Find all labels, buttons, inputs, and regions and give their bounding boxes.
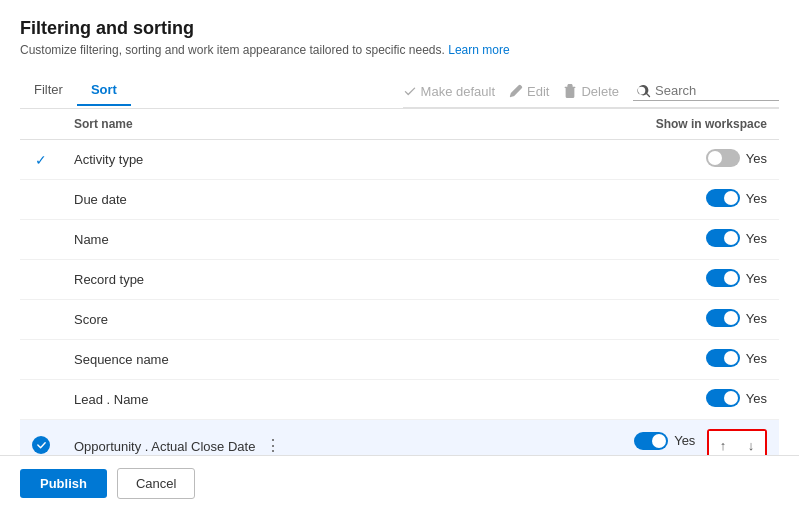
toggle-yes-label: Yes — [746, 351, 767, 366]
row-check-cell: ✓ — [20, 140, 62, 180]
table-row[interactable]: ✓Activity type Yes — [20, 140, 779, 180]
toggle-yes-label: Yes — [746, 191, 767, 206]
table-row[interactable]: Score Yes — [20, 300, 779, 340]
row-show-cell: Yes — [599, 140, 779, 180]
table-row[interactable]: Record type Yes — [20, 260, 779, 300]
toggle-thumb — [724, 231, 738, 245]
col-check — [20, 109, 62, 140]
row-show-cell: Yes — [599, 260, 779, 300]
toggle-yes-label: Yes — [746, 151, 767, 166]
toggle-thumb — [724, 351, 738, 365]
toggle-yes-label: Yes — [746, 311, 767, 326]
row-show-cell: Yes — [599, 340, 779, 380]
row-sort-name: Due date — [62, 180, 599, 220]
search-input[interactable] — [655, 83, 775, 98]
toggle-thumb — [724, 191, 738, 205]
edit-label: Edit — [527, 84, 549, 99]
row-sort-name: Lead . Name — [62, 380, 599, 420]
toggle-track[interactable] — [706, 189, 740, 207]
show-toggle[interactable]: Yes — [706, 349, 767, 367]
toggle-track[interactable] — [706, 269, 740, 287]
toggle-thumb — [724, 271, 738, 285]
show-toggle[interactable]: Yes — [706, 389, 767, 407]
toggle-track[interactable] — [706, 149, 740, 167]
toggle-track[interactable] — [706, 309, 740, 327]
sort-table: Sort name Show in workspace ✓Activity ty… — [20, 109, 779, 471]
row-check-cell — [20, 180, 62, 220]
page-title: Filtering and sorting — [20, 18, 779, 39]
row-check-cell — [20, 220, 62, 260]
toggle-track[interactable] — [706, 349, 740, 367]
tab-filter[interactable]: Filter — [20, 74, 77, 105]
tab-bar: Filter Sort Make default Edit Delete — [20, 71, 779, 109]
edit-action[interactable]: Edit — [509, 84, 549, 99]
row-context-menu[interactable]: ⋮ — [259, 437, 287, 454]
tab-sort[interactable]: Sort — [77, 74, 131, 105]
show-toggle[interactable]: Yes — [706, 189, 767, 207]
show-toggle[interactable]: Yes — [706, 229, 767, 247]
search-icon — [637, 84, 651, 98]
table-row[interactable]: Lead . Name Yes — [20, 380, 779, 420]
toggle-track[interactable] — [634, 432, 668, 450]
make-default-label: Make default — [421, 84, 495, 99]
show-toggle[interactable]: Yes — [634, 432, 695, 450]
delete-label: Delete — [581, 84, 619, 99]
row-show-cell: Yes — [599, 300, 779, 340]
toggle-track[interactable] — [706, 229, 740, 247]
table-row[interactable]: Name Yes — [20, 220, 779, 260]
toggle-yes-label: Yes — [674, 433, 695, 448]
toolbar: Make default Edit Delete — [403, 71, 779, 108]
row-sort-name: Score — [62, 300, 599, 340]
row-sort-name: Activity type — [62, 140, 599, 180]
toggle-thumb — [724, 391, 738, 405]
toggle-thumb — [652, 434, 666, 448]
row-sort-name: Sequence name — [62, 340, 599, 380]
page-subtitle: Customize filtering, sorting and work it… — [20, 43, 779, 57]
publish-button[interactable]: Publish — [20, 469, 107, 498]
delete-action[interactable]: Delete — [563, 84, 619, 99]
delete-icon — [563, 84, 577, 98]
row-check-cell — [20, 300, 62, 340]
edit-icon — [509, 84, 523, 98]
row-check-cell — [20, 260, 62, 300]
row-show-cell: Yes — [599, 380, 779, 420]
show-toggle[interactable]: Yes — [706, 309, 767, 327]
cancel-button[interactable]: Cancel — [117, 468, 195, 499]
row-show-cell: Yes — [599, 220, 779, 260]
toggle-yes-label: Yes — [746, 391, 767, 406]
show-toggle[interactable]: Yes — [706, 149, 767, 167]
table-row[interactable]: Due date Yes — [20, 180, 779, 220]
show-toggle[interactable]: Yes — [706, 269, 767, 287]
learn-more-link[interactable]: Learn more — [448, 43, 509, 57]
toggle-yes-label: Yes — [746, 271, 767, 286]
toggle-thumb — [724, 311, 738, 325]
make-default-action[interactable]: Make default — [403, 84, 495, 99]
row-check-cell — [20, 380, 62, 420]
row-sort-name: Name — [62, 220, 599, 260]
search-box — [633, 81, 779, 101]
toggle-yes-label: Yes — [746, 231, 767, 246]
footer: Publish Cancel — [0, 455, 799, 511]
selected-indicator — [32, 436, 50, 454]
row-check-cell — [20, 340, 62, 380]
row-name-text: Opportunity . Actual Close Date — [74, 439, 255, 454]
toggle-thumb — [708, 151, 722, 165]
toggle-track[interactable] — [706, 389, 740, 407]
row-show-cell: Yes — [599, 180, 779, 220]
col-sort-name: Sort name — [62, 109, 599, 140]
check-icon: ✓ — [35, 152, 47, 168]
checkmark-icon — [403, 84, 417, 98]
col-show: Show in workspace — [599, 109, 779, 140]
table-row[interactable]: Sequence name Yes — [20, 340, 779, 380]
row-sort-name: Record type — [62, 260, 599, 300]
